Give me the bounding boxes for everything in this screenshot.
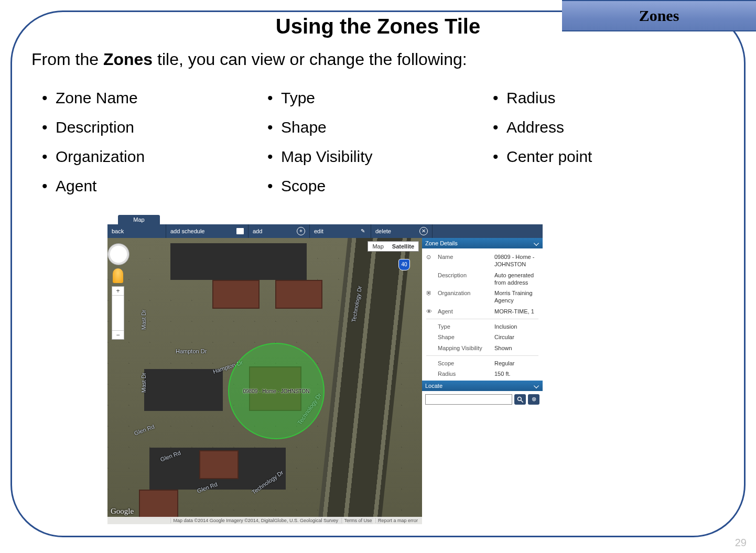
locate-body: ⊗	[422, 391, 543, 408]
zone-circle[interactable]: 09809 - Home - JOHNSTON	[228, 343, 325, 439]
separator	[426, 355, 538, 356]
page-title: Using the Zones Tile	[0, 15, 756, 38]
add-schedule-button[interactable]: add schedule	[166, 224, 249, 238]
bullets-col-1: Zone Name Description Organization Agent	[42, 89, 262, 207]
detail-row-shape: Shape Circular	[426, 332, 538, 342]
add-schedule-label: add schedule	[170, 228, 204, 234]
target-icon: ⊙	[426, 253, 434, 261]
detail-row-description: Description Auto generated from address	[426, 270, 538, 288]
detail-value-desc: Auto generated from address	[494, 272, 538, 287]
calendar-icon	[236, 228, 244, 234]
report-map-error[interactable]: Report a map error	[375, 518, 420, 523]
bullet-scope: Scope	[267, 177, 488, 195]
map-controls	[111, 243, 125, 340]
terms-of-use[interactable]: Terms of Use	[341, 518, 374, 523]
close-icon: ✕	[419, 227, 428, 235]
zone-details-title: Zone Details	[425, 240, 458, 246]
building	[275, 280, 322, 309]
detail-row-scope: Scope Regular	[426, 358, 538, 368]
detail-label-type: Type	[438, 323, 490, 330]
svg-line-1	[521, 400, 523, 402]
map-type-satellite[interactable]: Satellite	[388, 242, 418, 251]
detail-value-shape: Circular	[494, 333, 538, 341]
bullet-center-point: Center point	[493, 148, 713, 166]
separator	[426, 319, 538, 319]
app-toolbar: back add schedule add + edit ✎ delete ✕	[107, 224, 543, 238]
app-screenshot: Map back add schedule add + edit ✎ delet…	[107, 215, 543, 524]
route-shield-40: 40	[398, 259, 410, 270]
zoom-slider[interactable]	[112, 286, 124, 340]
add-button[interactable]: add +	[249, 224, 310, 238]
bullets-grid: Zone Name Description Organization Agent…	[42, 89, 713, 207]
detail-value-agent: MORR-TIME, 1	[494, 308, 538, 315]
intro-line: From the Zones tile, you can view or cha…	[31, 50, 467, 69]
road-label-mast: Mast Dr	[141, 310, 147, 330]
bullet-map-visibility: Map Visibility	[267, 148, 488, 166]
bullet-agent: Agent	[42, 177, 262, 195]
bullet-zone-name: Zone Name	[42, 89, 262, 107]
bullet-radius: Radius	[493, 89, 713, 107]
edit-label: edit	[314, 228, 323, 234]
locate-header[interactable]: Locate	[422, 381, 543, 391]
detail-value-name: 09809 - Home - JOHNSTON	[494, 253, 538, 268]
bullet-shape: Shape	[267, 118, 488, 136]
zone-label: 09809 - Home - JOHNSTON	[243, 388, 309, 394]
map-type-map[interactable]: Map	[368, 242, 387, 251]
map-type-toggle[interactable]: Map Satellite	[368, 241, 419, 252]
map-area[interactable]: Mast Dr Hampton Dr Hampton Dr Technology…	[107, 238, 422, 524]
detail-value-scope: Regular	[494, 360, 538, 367]
bullet-description: Description	[42, 118, 262, 136]
bullet-organization: Organization	[42, 148, 262, 166]
org-icon: ⛨	[426, 289, 434, 297]
tab-map[interactable]: Map	[118, 215, 160, 224]
detail-row-map-visibility: Mapping Visibility Shown	[426, 343, 538, 353]
building	[139, 490, 178, 518]
intro-bold: Zones	[103, 50, 153, 69]
google-logo: Google	[111, 507, 134, 516]
detail-row-agent: 👁 Agent MORR-TIME, 1	[426, 306, 538, 317]
bullet-address: Address	[493, 118, 713, 136]
zone-details-body: ⊙ Name 09809 - Home - JOHNSTON Descripti…	[422, 248, 543, 381]
detail-label-shape: Shape	[438, 333, 490, 341]
delete-label: delete	[375, 228, 391, 234]
detail-label-name: Name	[438, 253, 490, 261]
plus-icon: +	[297, 227, 305, 235]
bullets-col-3: Radius Address Center point	[493, 89, 713, 207]
back-button[interactable]: back	[107, 224, 166, 238]
locate-title: Locate	[425, 383, 442, 389]
detail-label-scope: Scope	[438, 360, 490, 367]
building	[199, 450, 239, 479]
road-label-hampton: Hampton Dr	[176, 348, 207, 354]
detail-value-org: Morris Training Agency	[494, 289, 538, 305]
search-icon	[517, 396, 523, 403]
pan-control[interactable]	[107, 243, 129, 265]
intro-suffix: tile, you can view or change the followi…	[153, 50, 467, 69]
bullets-col-2: Type Shape Map Visibility Scope	[267, 89, 488, 207]
locate-clear-button[interactable]: ⊗	[528, 394, 539, 405]
detail-value-type: Inclusion	[494, 323, 538, 330]
back-label: back	[112, 228, 124, 234]
road-label-mast: Mast Dr	[141, 373, 147, 393]
building	[212, 280, 260, 309]
chevron-down-icon	[534, 383, 539, 388]
detail-row-radius: Radius 150 ft.	[426, 368, 538, 379]
delete-button[interactable]: delete ✕	[371, 224, 433, 238]
detail-label-org: Organization	[438, 289, 490, 297]
detail-row-type: Type Inclusion	[426, 321, 538, 332]
pencil-icon: ✎	[359, 227, 366, 235]
page-number: 29	[735, 537, 747, 549]
intro-prefix: From the	[31, 50, 103, 69]
map-footer: Map data ©2014 Google Imagery ©2014, Dig…	[107, 517, 422, 524]
detail-row-name: ⊙ Name 09809 - Home - JOHNSTON	[426, 252, 538, 270]
right-pane: Zone Details ⊙ Name 09809 - Home - JOHNS…	[422, 238, 543, 524]
zone-details-header[interactable]: Zone Details	[422, 238, 543, 248]
detail-label-radius: Radius	[438, 370, 490, 377]
street-view-peg[interactable]	[113, 268, 123, 283]
edit-button[interactable]: edit ✎	[310, 224, 371, 238]
locate-input[interactable]	[425, 394, 512, 405]
detail-row-organization: ⛨ Organization Morris Training Agency	[426, 288, 538, 306]
bullet-type: Type	[267, 89, 488, 107]
parking-lot	[170, 243, 307, 280]
detail-label-agent: Agent	[438, 308, 490, 315]
locate-search-button[interactable]	[514, 394, 526, 405]
